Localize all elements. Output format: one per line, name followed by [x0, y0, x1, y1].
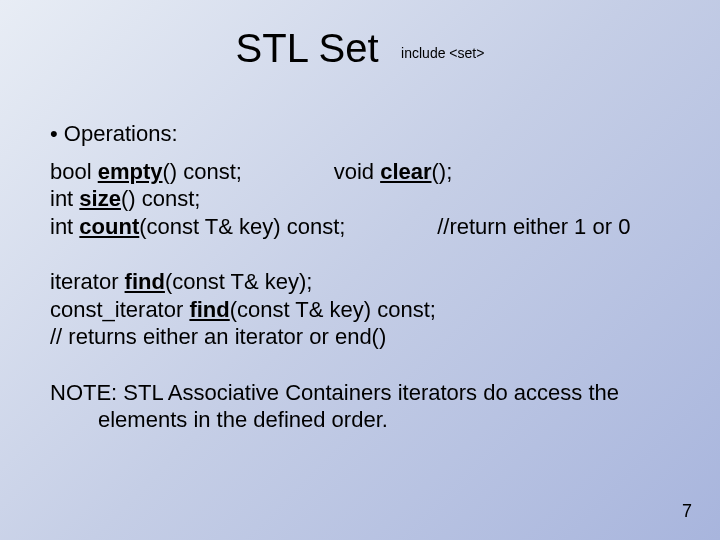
txt: (); — [432, 159, 453, 184]
kw-find-2: find — [189, 297, 229, 322]
txt: int — [50, 186, 79, 211]
txt: () const; — [121, 186, 200, 211]
note-block: NOTE: STL Associative Containers iterato… — [50, 379, 680, 434]
op-line-1: bool empty() const; void clear(); — [50, 158, 680, 186]
operations-block: bool empty() const; void clear(); int si… — [50, 158, 680, 241]
section-heading: Operations: — [50, 120, 680, 148]
op-line-3: int count(const T& key) const; //return … — [50, 213, 680, 241]
txt: bool — [50, 159, 98, 184]
note-line-1: NOTE: STL Associative Containers iterato… — [50, 379, 680, 407]
txt: iterator — [50, 269, 125, 294]
slide: STL Set include <set> Operations: bool e… — [0, 0, 720, 540]
title-row: STL Set include <set> — [0, 26, 720, 71]
iter-line-2: const_iterator find(const T& key) const; — [50, 296, 680, 324]
note-line-2: elements in the defined order. — [50, 406, 680, 434]
page-number: 7 — [682, 501, 692, 522]
iterator-block: iterator find(const T& key); const_itera… — [50, 268, 680, 351]
slide-subtitle: include <set> — [401, 45, 484, 61]
txt: (const T& key); — [165, 269, 313, 294]
kw-empty: empty — [98, 159, 163, 184]
kw-count: count — [79, 214, 139, 239]
op-line-2: int size() const; — [50, 185, 680, 213]
slide-title: STL Set — [236, 26, 379, 71]
kw-clear: clear — [380, 159, 431, 184]
txt: (const T& key) const; — [139, 214, 345, 239]
kw-find-1: find — [125, 269, 165, 294]
txt: int — [50, 214, 79, 239]
txt: const_iterator — [50, 297, 189, 322]
iter-line-1: iterator find(const T& key); — [50, 268, 680, 296]
comment: //return either 1 or 0 — [345, 214, 630, 239]
txt: () const; void — [163, 159, 381, 184]
kw-size: size — [79, 186, 121, 211]
slide-body: Operations: bool empty() const; void cle… — [50, 120, 680, 434]
txt: (const T& key) const; — [230, 297, 436, 322]
iter-line-3: // returns either an iterator or end() — [50, 323, 680, 351]
